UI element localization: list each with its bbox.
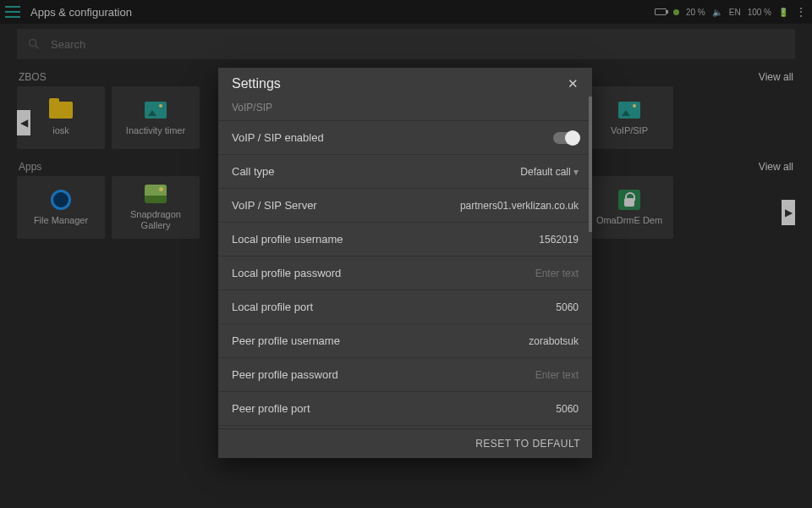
- setting-label: Peer profile username: [232, 334, 340, 347]
- setting-value[interactable]: 1562019: [539, 234, 579, 246]
- settings-dialog: Settings ✕ VoIP/SIP VoIP / SIP enabledCa…: [218, 68, 592, 458]
- dialog-scrollbar[interactable]: [589, 97, 592, 428]
- setting-row[interactable]: Peer profile port5060: [218, 391, 592, 425]
- setting-value[interactable]: Enter text: [535, 369, 579, 381]
- setting-row[interactable]: Local profile passwordEnter text: [218, 256, 592, 290]
- setting-row[interactable]: Allow manually ending the call: [218, 425, 592, 428]
- setting-label: Local profile password: [232, 267, 341, 279]
- setting-value[interactable]: partners01.verklizan.co.uk: [460, 200, 579, 212]
- setting-value[interactable]: 5060: [556, 301, 579, 313]
- setting-row[interactable]: Call typeDefault call ▾: [218, 154, 592, 188]
- reset-to-default-button[interactable]: RESET TO DEFAULT: [475, 438, 580, 450]
- setting-value[interactable]: Default call ▾: [520, 166, 579, 178]
- setting-label: Peer profile password: [232, 368, 338, 381]
- setting-label: Call type: [232, 165, 275, 178]
- setting-label: Local profile port: [232, 301, 313, 313]
- setting-value[interactable]: 5060: [556, 403, 579, 415]
- setting-row[interactable]: Local profile port5060: [218, 290, 592, 323]
- dialog-section-label: VoIP/SIP: [218, 97, 592, 120]
- setting-value[interactable]: Enter text: [535, 268, 579, 279]
- setting-label: Local profile username: [232, 233, 343, 246]
- setting-row[interactable]: Peer profile usernamezorabotsuk: [218, 323, 592, 357]
- setting-label: Peer profile port: [232, 402, 310, 415]
- setting-label: VoIP / SIP enabled: [232, 131, 324, 144]
- setting-value[interactable]: zorabotsuk: [529, 335, 579, 347]
- setting-label: VoIP / SIP Server: [232, 199, 317, 212]
- dialog-title: Settings: [232, 76, 281, 91]
- setting-row[interactable]: Peer profile passwordEnter text: [218, 357, 592, 391]
- setting-row[interactable]: VoIP / SIP Serverpartners01.verklizan.co…: [218, 188, 592, 222]
- toggle-switch[interactable]: [553, 132, 579, 144]
- setting-row[interactable]: VoIP / SIP enabled: [218, 120, 592, 154]
- setting-row[interactable]: Local profile username1562019: [218, 222, 592, 256]
- close-icon[interactable]: ✕: [568, 76, 579, 91]
- chevron-down-icon: ▾: [573, 166, 579, 178]
